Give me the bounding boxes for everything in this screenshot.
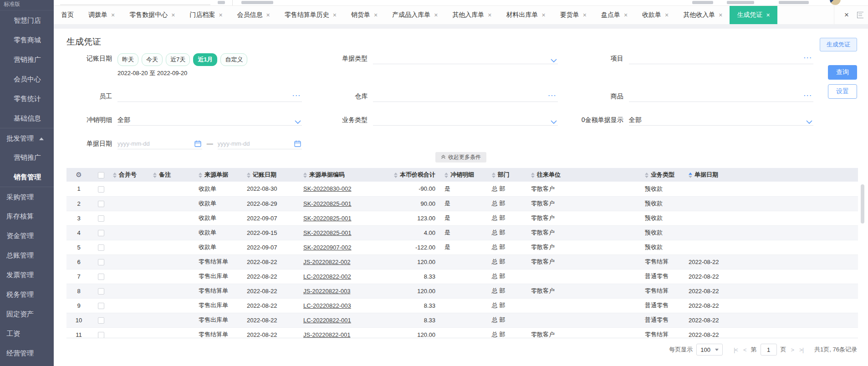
source-doc-code-link[interactable]: LC-20220822-001	[303, 317, 351, 324]
close-tab-icon[interactable]: ×	[266, 12, 270, 18]
row-checkbox[interactable]	[98, 244, 104, 251]
close-tab-icon[interactable]: ×	[624, 12, 628, 18]
sidebar-item-零售统计[interactable]: 零售统计	[0, 89, 54, 108]
sort-icon[interactable]	[492, 173, 495, 178]
tab-销货单[interactable]: 销货单×	[344, 6, 385, 24]
row-checkbox[interactable]	[98, 215, 104, 222]
collapse-filters-button[interactable]: 收起更多条件	[435, 152, 486, 163]
column-header-记账日期[interactable]: 记账日期	[245, 168, 301, 182]
column-header-备注[interactable]: 备注	[151, 168, 197, 182]
close-tab-icon[interactable]: ×	[111, 12, 115, 18]
column-header-合并号[interactable]: 合并号	[111, 168, 151, 182]
sidebar-item-基础信息[interactable]: 基础信息	[0, 108, 54, 128]
tab-收款单[interactable]: 收款单×	[635, 6, 676, 24]
table-row[interactable]: 2收款单2022-08-29SK-20220825-00190.00是总 部零散…	[66, 196, 858, 211]
column-header-单据日期[interactable]: 单据日期	[687, 168, 858, 182]
row-checkbox[interactable]	[98, 317, 104, 324]
sidebar-item-资金管理[interactable]: 资金管理	[0, 226, 54, 245]
source-doc-code-link[interactable]: SK-20220907-002	[303, 244, 352, 251]
row-checkbox[interactable]	[98, 259, 104, 265]
sort-icon[interactable]	[153, 173, 157, 178]
doc-type-select[interactable]	[373, 53, 557, 64]
sidebar-item-营销推广[interactable]: 营销推广	[0, 50, 54, 69]
sidebar-item-总账管理[interactable]: 总账管理	[0, 245, 54, 265]
close-tab-icon[interactable]: ×	[583, 12, 587, 18]
sort-icon[interactable]	[531, 173, 535, 178]
sort-icon[interactable]	[113, 173, 117, 178]
next-page-button[interactable]: >	[790, 346, 795, 353]
sidebar-item-批发管理[interactable]: 批发管理	[0, 128, 54, 147]
tab-首页[interactable]: 首页	[54, 6, 81, 24]
sort-icon[interactable]	[444, 173, 448, 178]
goods-picker[interactable]: ···	[629, 91, 813, 102]
app-download-icon[interactable]	[727, 1, 754, 4]
table-row[interactable]: 3收款单2022-09-07SK-20220825-001123.00是总 部零…	[66, 211, 858, 225]
row-checkbox[interactable]	[98, 230, 104, 236]
date-quick-昨天[interactable]: 昨天	[117, 53, 138, 66]
column-header-冲销明细[interactable]: 冲销明细	[443, 168, 490, 182]
sort-icon[interactable]	[247, 173, 250, 178]
tab-会员信息[interactable]: 会员信息×	[230, 6, 277, 24]
sidebar-item-发票管理[interactable]: 发票管理	[0, 265, 54, 285]
table-row[interactable]: 8零售结算单2022-08-22JS-20220822-003120.00总 部…	[66, 284, 858, 298]
sort-icon[interactable]	[645, 173, 648, 178]
avatar[interactable]	[830, 0, 841, 5]
sort-icon[interactable]	[394, 173, 398, 178]
sidebar-item-经营管理[interactable]: 经营管理	[0, 343, 54, 363]
close-tab-icon[interactable]: ×	[766, 12, 770, 18]
tab-list-icon[interactable]	[857, 12, 863, 18]
sort-icon[interactable]	[303, 173, 307, 178]
tab-产成品入库单[interactable]: 产成品入库单×	[385, 6, 445, 24]
tab-材料出库单[interactable]: 材料出库单×	[499, 6, 553, 24]
employee-picker[interactable]: ···	[117, 91, 302, 102]
table-settings-gear-icon[interactable]: ⚙	[76, 171, 82, 178]
row-checkbox[interactable]	[98, 186, 104, 193]
source-doc-code-link[interactable]: SK-20220825-001	[303, 215, 352, 222]
prev-page-button[interactable]: <	[742, 346, 747, 353]
sidebar-item-会员中心[interactable]: 会员中心	[0, 69, 54, 89]
column-header-来源单据编码[interactable]: 来源单据编码	[301, 168, 388, 182]
sidebar-item-零售商城[interactable]: 零售商城	[0, 30, 54, 50]
sidebar-item-固定资产[interactable]: 固定资产	[0, 304, 54, 324]
row-checkbox[interactable]	[98, 288, 104, 295]
close-tab-icon[interactable]: ×	[434, 12, 438, 18]
table-row[interactable]: 4收款单2022-09-15SK-20220825-0014.00是总 部零散客…	[66, 225, 858, 240]
table-row[interactable]: 6零售结算单2022-08-22JS-20220822-002120.00总 部…	[66, 254, 858, 269]
source-doc-code-link[interactable]: SK-20220825-001	[303, 229, 352, 236]
doc-date-start-input[interactable]: yyyy-mm-dd	[117, 138, 202, 149]
close-tab-icon[interactable]: ×	[488, 12, 491, 18]
sidebar-item-销售管理[interactable]: 销售管理	[0, 167, 54, 187]
warehouse-picker[interactable]: ···	[373, 91, 557, 102]
sidebar-item-采购管理[interactable]: 采购管理	[0, 187, 54, 206]
table-row[interactable]: 11零售结算单2022-08-22JS-20220822-001120.00总 …	[66, 327, 858, 338]
column-header-本币价税合计[interactable]: 本币价税合计	[388, 168, 443, 182]
tab-盘点单[interactable]: 盘点单×	[594, 6, 635, 24]
last-page-button[interactable]: >|	[798, 346, 804, 353]
tab-生成凭证[interactable]: 生成凭证×	[730, 6, 777, 24]
close-tab-icon[interactable]: ×	[542, 12, 546, 18]
close-tab-icon[interactable]: ×	[333, 12, 337, 18]
quick-action-fragment[interactable]	[241, 1, 273, 4]
select-all-checkbox[interactable]	[98, 172, 104, 178]
column-header-来源单据[interactable]: 来源单据	[197, 168, 245, 182]
source-doc-code-link[interactable]: JS-20220822-003	[303, 288, 350, 295]
table-row[interactable]: 9零售出库单2022-08-22LC-20220822-0038.33总 部普通…	[66, 298, 858, 313]
business-type-select[interactable]	[373, 115, 557, 126]
row-checkbox[interactable]	[98, 332, 104, 338]
date-quick-近7天[interactable]: 近7天	[166, 53, 190, 66]
column-header-部门[interactable]: 部门	[490, 168, 529, 182]
writeoff-detail-select[interactable]: 全部	[117, 115, 302, 126]
table-scrollbar[interactable]	[861, 184, 864, 224]
tab-门店档案[interactable]: 门店档案×	[182, 6, 230, 24]
source-doc-code-link[interactable]: SK-20220825-001	[303, 200, 352, 207]
table-row[interactable]: 1收款单2022-08-30SK-20220830-002-90.00是总 部零…	[66, 182, 858, 196]
first-page-button[interactable]: |<	[733, 346, 739, 353]
query-button[interactable]: 查询	[828, 65, 857, 80]
column-header-业务类型[interactable]: 业务类型	[643, 168, 687, 182]
date-quick-近1月[interactable]: 近1月	[193, 53, 217, 66]
tab-零售数据中心[interactable]: 零售数据中心×	[122, 6, 182, 24]
sidebar-item-工资[interactable]: 工资	[0, 324, 54, 343]
sort-icon[interactable]	[199, 173, 202, 178]
sidebar-item-库存核算[interactable]: 库存核算	[0, 206, 54, 226]
table-row[interactable]: 7零售出库单2022-08-22LC-20220822-0028.33总 部普通…	[66, 269, 858, 284]
